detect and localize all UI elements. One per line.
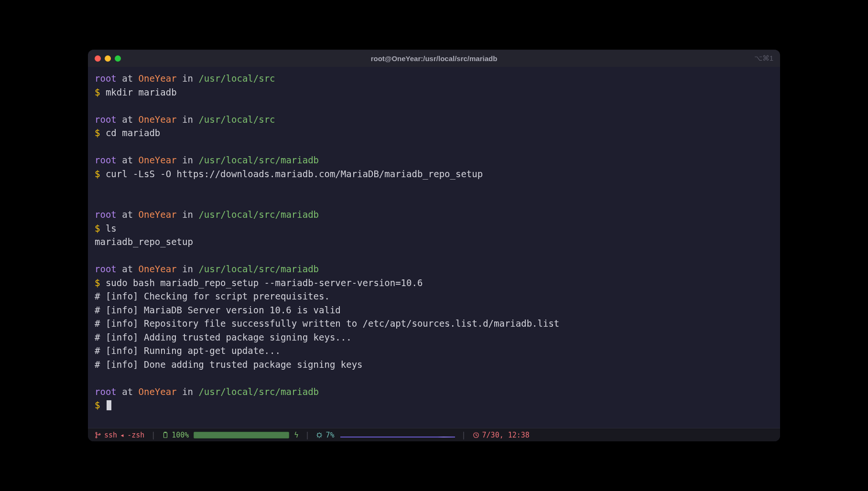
status-cpu: 7% xyxy=(316,431,455,439)
status-ssh: ssh ◂ -zsh xyxy=(95,431,144,439)
blank-line xyxy=(95,194,773,208)
cpu-percent: 7% xyxy=(326,431,334,439)
status-separator: | xyxy=(305,431,309,439)
clock-icon xyxy=(473,432,479,438)
status-triangle: ◂ xyxy=(120,431,124,439)
command-line: $ mkdir mariadb xyxy=(95,85,773,99)
prompt-line: root at OneYear in /usr/local/src/mariad… xyxy=(95,153,773,167)
svg-rect-5 xyxy=(318,433,321,437)
command-line: $ curl -LsS -O https://downloads.mariadb… xyxy=(95,167,773,181)
blank-line xyxy=(95,140,773,154)
command-line: $ ls xyxy=(95,222,773,235)
cpu-icon xyxy=(316,432,323,438)
titlebar[interactable]: root@OneYear:/usr/local/src/mariadb ⌥⌘1 xyxy=(88,50,780,67)
maximize-button[interactable] xyxy=(115,55,121,62)
status-separator: | xyxy=(462,431,466,439)
prompt-line: root at OneYear in /usr/local/src/mariad… xyxy=(95,208,773,222)
prompt-line: root at OneYear in /usr/local/src/mariad… xyxy=(95,385,773,399)
output-line: # [info] Done adding trusted package sig… xyxy=(95,358,773,372)
battery-icon xyxy=(162,432,169,438)
blank-line xyxy=(95,99,773,113)
output-line: # [info] Adding trusted package signing … xyxy=(95,331,773,344)
svg-point-1 xyxy=(96,436,97,438)
svg-rect-4 xyxy=(165,432,167,432)
close-button[interactable] xyxy=(95,55,101,62)
svg-point-0 xyxy=(96,432,97,434)
status-battery: 100% ϟ xyxy=(162,431,298,439)
output-line: # [info] Repository file successfully wr… xyxy=(95,317,773,331)
statusbar: ssh ◂ -zsh | 100% ϟ | 7% xyxy=(88,428,780,441)
terminal-window: root@OneYear:/usr/local/src/mariadb ⌥⌘1 … xyxy=(88,50,780,441)
status-separator: | xyxy=(151,431,155,439)
branch-icon xyxy=(95,432,101,438)
window-shortcut: ⌥⌘1 xyxy=(754,54,773,63)
window-title: root@OneYear:/usr/local/src/mariadb xyxy=(371,54,498,63)
output-line: # [info] Checking for script prerequisit… xyxy=(95,289,773,303)
prompt-line: root at OneYear in /usr/local/src xyxy=(95,113,773,127)
output-line: # [info] Running apt-get update... xyxy=(95,344,773,358)
battery-bar xyxy=(194,432,289,438)
svg-rect-3 xyxy=(164,432,167,438)
minimize-button[interactable] xyxy=(105,55,111,62)
battery-percent: 100% xyxy=(172,431,189,439)
bolt-icon: ϟ xyxy=(294,431,298,439)
output-line: mariadb_repo_setup xyxy=(95,235,773,249)
command-line: $ xyxy=(95,398,773,412)
cursor xyxy=(107,400,111,410)
status-shell: -zsh xyxy=(127,431,144,439)
output-line: # [info] MariaDB Server version 10.6 is … xyxy=(95,303,773,317)
blank-line xyxy=(95,371,773,385)
traffic-lights xyxy=(95,55,121,62)
blank-line xyxy=(95,249,773,263)
status-time-label: 7/30, 12:38 xyxy=(482,431,530,439)
command-line: $ cd mariadb xyxy=(95,126,773,140)
prompt-line: root at OneYear in /usr/local/src xyxy=(95,72,773,85)
status-ssh-label: ssh xyxy=(104,431,117,439)
output-line xyxy=(95,181,773,194)
prompt-line: root at OneYear in /usr/local/src/mariad… xyxy=(95,262,773,276)
cpu-graph xyxy=(340,432,455,438)
status-time: 7/30, 12:38 xyxy=(473,431,530,439)
command-line: $ sudo bash mariadb_repo_setup --mariadb… xyxy=(95,276,773,290)
terminal-body[interactable]: root at OneYear in /usr/local/src$ mkdir… xyxy=(88,67,780,428)
